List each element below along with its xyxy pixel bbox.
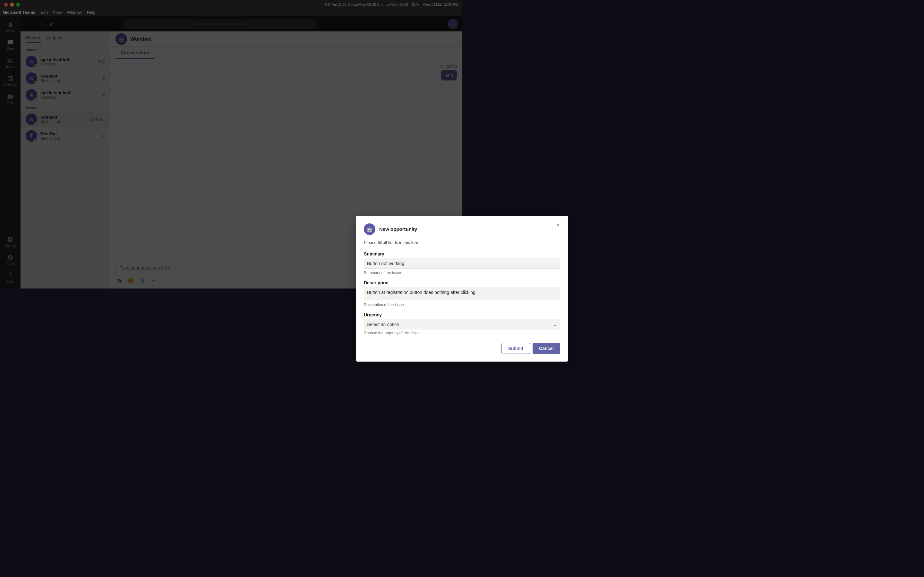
modal-header: 🤖 New opportunity bbox=[364, 223, 462, 235]
modal-subtitle: Please fill all fields in this form bbox=[364, 240, 462, 245]
description-textarea[interactable] bbox=[364, 287, 462, 289]
description-section: Description Description of the issue. bbox=[364, 280, 462, 289]
summary-section: Summary Summary of the issue. bbox=[364, 251, 462, 275]
modal-dialog: 🤖 New opportunity × Please fill all fiel… bbox=[356, 216, 462, 289]
summary-input[interactable] bbox=[364, 258, 462, 269]
description-label: Description bbox=[364, 280, 462, 285]
modal-overlay: 🤖 New opportunity × Please fill all fiel… bbox=[0, 0, 462, 288]
summary-helper: Summary of the issue. bbox=[364, 271, 462, 275]
modal-bot-avatar: 🤖 bbox=[364, 223, 375, 235]
summary-label: Summary bbox=[364, 251, 462, 256]
modal-title: New opportunity bbox=[379, 226, 417, 232]
